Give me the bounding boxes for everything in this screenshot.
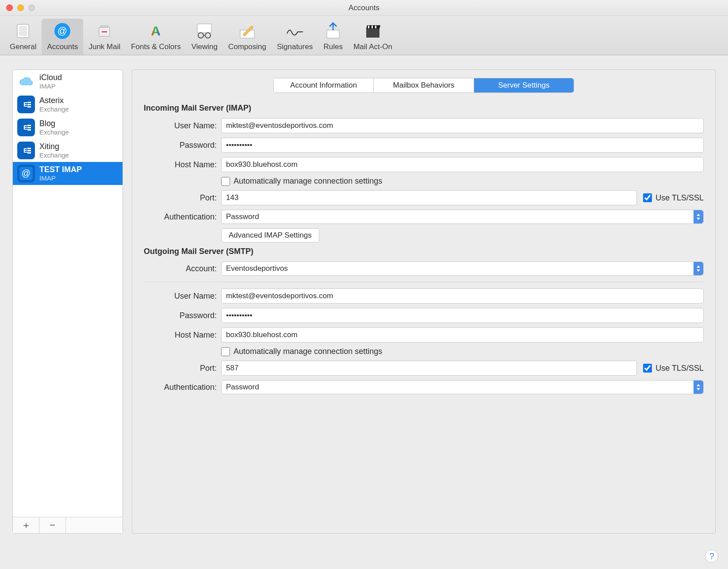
outgoing-auth-label: Authentication: (144, 383, 221, 392)
toolbar-accounts[interactable]: @ Accounts (42, 19, 83, 55)
outgoing-port-input[interactable] (221, 361, 637, 376)
account-protocol: IMAP (39, 82, 62, 90)
remove-account-button[interactable]: − (39, 517, 66, 533)
sidebar-item-icloud[interactable]: iCloud IMAP (13, 70, 123, 93)
outgoing-user-label: User Name: (144, 292, 221, 301)
svg-marker-42 (697, 388, 700, 390)
footer: ? (0, 544, 728, 569)
toolbar-signatures-label: Signatures (277, 42, 313, 51)
fonts-icon: A (146, 21, 165, 41)
outgoing-auto-checkbox-input[interactable] (221, 347, 230, 356)
toolbar-viewing-label: Viewing (192, 42, 218, 51)
toolbar-accounts-label: Accounts (47, 42, 78, 51)
toolbar-composing[interactable]: Composing (223, 19, 272, 55)
incoming-heading: Incoming Mail Server (IMAP) (144, 104, 704, 113)
advanced-imap-button[interactable]: Advanced IMAP Settings (221, 228, 319, 242)
sidebar-footer: ＋ − (13, 517, 123, 533)
incoming-auto-checkbox[interactable]: Automatically manage connection settings (221, 177, 382, 186)
account-name: Blog (39, 119, 69, 128)
svg-marker-41 (697, 384, 700, 386)
toolbar-general[interactable]: General (4, 19, 42, 55)
outgoing-account-select[interactable]: Eventosdeportivos (221, 261, 704, 276)
outgoing-tls-checkbox[interactable]: Use TLS/SSL (643, 364, 704, 373)
exchange-icon: E (17, 96, 35, 113)
composing-icon (238, 21, 257, 41)
account-protocol: Exchange (39, 128, 69, 136)
svg-rect-15 (366, 29, 379, 38)
junk-icon (95, 21, 114, 41)
svg-text:E: E (23, 101, 27, 108)
outgoing-user-input[interactable] (221, 288, 704, 304)
incoming-host-label: Host Name: (144, 160, 221, 169)
incoming-auth-label: Authentication: (144, 212, 221, 222)
incoming-tls-checkbox-input[interactable] (643, 193, 652, 202)
toolbar-composing-label: Composing (228, 42, 266, 51)
at-icon: @ (17, 165, 35, 182)
svg-rect-8 (197, 24, 211, 33)
incoming-password-input[interactable] (221, 138, 704, 153)
tab-server-settings[interactable]: Server Settings (474, 78, 574, 92)
outgoing-host-input[interactable] (221, 327, 704, 342)
toolbar-mailacton[interactable]: Mail Act-On (348, 19, 398, 55)
svg-text:@: @ (57, 25, 67, 36)
account-protocol: Exchange (39, 105, 69, 113)
outgoing-auto-checkbox[interactable]: Automatically manage connection settings (221, 347, 382, 356)
help-button[interactable]: ? (705, 550, 718, 563)
svg-marker-38 (697, 218, 700, 220)
toolbar-viewing[interactable]: Viewing (186, 19, 223, 55)
sidebar-item-asterix[interactable]: E Asterix Exchange (13, 93, 123, 116)
preferences-window: Accounts General @ Accounts Junk Mail A … (0, 0, 728, 569)
toolbar-rules[interactable]: Rules (318, 19, 348, 55)
outgoing-tls-checkbox-input[interactable] (643, 364, 652, 373)
viewing-icon (195, 21, 214, 41)
toolbar-junk-label: Junk Mail (88, 42, 120, 51)
incoming-port-input[interactable] (221, 190, 637, 205)
window-title: Accounts (0, 4, 728, 12)
svg-rect-34 (27, 152, 31, 154)
outgoing-auth-select[interactable]: Password (221, 380, 704, 394)
incoming-auto-label: Automatically manage connection settings (234, 177, 382, 186)
content-area: iCloud IMAP E Asterix Exchange E (0, 55, 728, 544)
incoming-auth-select[interactable]: Password (221, 210, 704, 224)
svg-rect-22 (27, 102, 31, 103)
preferences-toolbar: General @ Accounts Junk Mail A Fonts & C… (0, 16, 728, 55)
toolbar-mailacton-label: Mail Act-On (353, 42, 392, 51)
toolbar-fonts[interactable]: A Fonts & Colors (126, 19, 186, 55)
sidebar-item-xiting[interactable]: E Xiting Exchange (13, 139, 123, 162)
incoming-host-input[interactable] (221, 157, 704, 172)
exchange-icon: E (17, 142, 35, 159)
svg-rect-23 (27, 104, 31, 105)
outgoing-password-input[interactable] (221, 308, 704, 323)
incoming-port-label: Port: (144, 193, 221, 203)
account-name: Asterix (39, 96, 69, 105)
svg-rect-17 (368, 26, 369, 28)
svg-rect-19 (375, 26, 376, 28)
svg-point-9 (198, 33, 203, 38)
tab-mailbox-behaviors[interactable]: Mailbox Behaviors (374, 78, 474, 92)
outgoing-tls-label: Use TLS/SSL (655, 364, 704, 373)
sidebar-footer-spacer (66, 517, 123, 533)
svg-rect-14 (327, 30, 339, 38)
settings-tabs: Account Information Mailbox Behaviors Se… (273, 78, 574, 93)
toolbar-signatures[interactable]: Signatures (272, 19, 318, 55)
sidebar-item-test-imap[interactable]: @ TEST IMAP IMAP (13, 162, 123, 185)
svg-rect-5 (101, 26, 108, 27)
add-account-button[interactable]: ＋ (13, 517, 39, 533)
incoming-password-label: Password: (144, 141, 221, 150)
account-protocol: Exchange (39, 151, 69, 159)
incoming-auto-checkbox-input[interactable] (221, 177, 230, 186)
accounts-icon: @ (53, 21, 72, 41)
incoming-tls-checkbox[interactable]: Use TLS/SSL (643, 193, 704, 203)
toolbar-rules-label: Rules (323, 42, 342, 51)
incoming-tls-label: Use TLS/SSL (655, 193, 704, 203)
outgoing-account-label: Account: (144, 264, 221, 273)
svg-text:@: @ (22, 168, 31, 178)
sidebar-item-blog[interactable]: E Blog Exchange (13, 116, 123, 139)
svg-text:A: A (151, 23, 161, 38)
toolbar-junk[interactable]: Junk Mail (83, 19, 126, 55)
tab-account-info[interactable]: Account Information (274, 78, 374, 92)
svg-marker-39 (697, 265, 700, 268)
incoming-user-input[interactable] (221, 118, 704, 133)
outgoing-account-value: Eventosdeportivos (226, 264, 288, 273)
svg-point-10 (205, 33, 211, 38)
